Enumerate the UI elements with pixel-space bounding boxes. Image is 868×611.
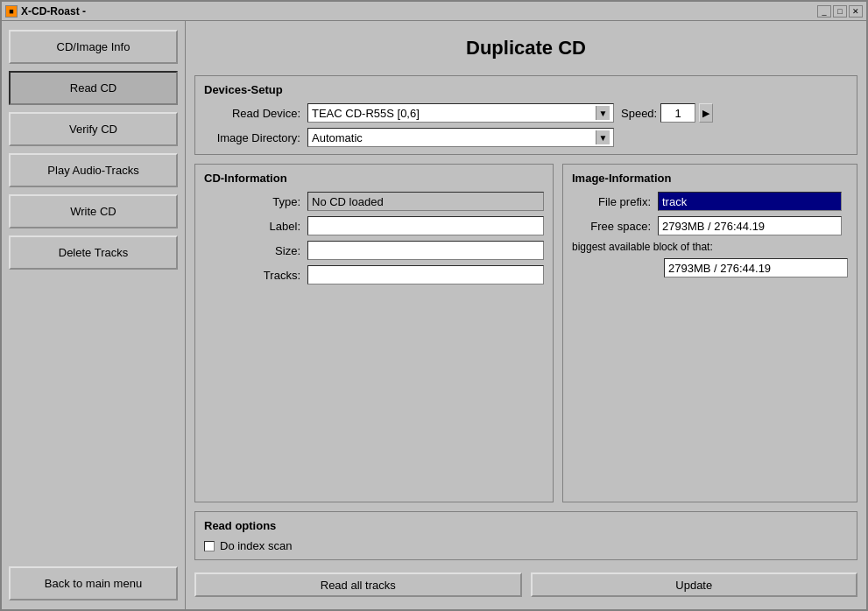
devices-setup-title: Devices-Setup [204, 83, 848, 96]
read-device-select[interactable]: TEAC CD-R55S [0,6] ▼ [307, 103, 614, 123]
devices-setup-form: Read Device: TEAC CD-R55S [0,6] ▼ Speed:… [204, 103, 848, 147]
title-bar: ■ X-CD-Roast - _ □ ✕ [2, 2, 866, 21]
devices-setup-section: Devices-Setup Read Device: TEAC CD-R55S … [194, 75, 857, 155]
biggest-block-value-row [572, 258, 848, 277]
image-info-form: File prefix: Free space: biggest availab… [572, 192, 848, 277]
free-space-row: Free space: [572, 216, 848, 235]
read-options-title: Read options [204, 519, 848, 532]
bottom-buttons: Read all tracks Update [194, 569, 857, 600]
image-information-section: Image-Information File prefix: Free spac… [562, 164, 857, 502]
do-index-scan-checkbox[interactable] [204, 541, 215, 551]
app-icon: ■ [5, 5, 18, 18]
cd-tracks-input[interactable] [307, 265, 544, 284]
cd-label-label: Label: [204, 220, 300, 233]
sidebar-item-read-cd[interactable]: Read CD [9, 71, 178, 105]
main-content: Duplicate CD Devices-Setup Read Device: … [186, 21, 866, 609]
file-prefix-row: File prefix: [572, 192, 848, 211]
sidebar-item-delete-tracks[interactable]: Delete Tracks [9, 235, 178, 270]
sidebar: CD/Image Info Read CD Verify CD Play Aud… [2, 21, 186, 609]
image-directory-arrow: ▼ [596, 130, 610, 144]
sidebar-spacer [9, 277, 178, 559]
sidebar-item-write-cd[interactable]: Write CD [9, 194, 178, 228]
do-index-scan-label: Do index scan [220, 539, 292, 552]
free-space-input[interactable] [658, 216, 842, 235]
image-information-title: Image-Information [572, 172, 848, 185]
sidebar-item-play-audio[interactable]: Play Audio-Tracks [9, 153, 178, 187]
image-directory-row: Image Directory: Automatic ▼ [204, 128, 848, 147]
speed-group: Speed: ▶ [621, 103, 713, 123]
biggest-block-row: biggest available block of that: [572, 241, 848, 253]
minimize-button[interactable]: _ [817, 5, 831, 18]
main-window: ■ X-CD-Roast - _ □ ✕ CD/Image Info Read … [0, 0, 868, 611]
sidebar-item-verify-cd[interactable]: Verify CD [9, 112, 178, 146]
cd-tracks-label: Tracks: [204, 269, 300, 282]
read-options-section: Read options Do index scan [194, 511, 857, 560]
read-all-tracks-button[interactable]: Read all tracks [194, 572, 522, 597]
speed-input[interactable] [660, 103, 695, 123]
cd-size-input[interactable] [307, 241, 544, 260]
cd-label-input[interactable] [307, 216, 544, 235]
speed-increment-button[interactable]: ▶ [699, 103, 713, 123]
maximize-button[interactable]: □ [833, 5, 847, 18]
cd-size-label: Size: [204, 244, 300, 257]
page-title: Duplicate CD [194, 30, 857, 67]
biggest-block-label: biggest available block of that: [572, 241, 713, 253]
update-button[interactable]: Update [531, 572, 858, 597]
read-device-value: TEAC CD-R55S [0,6] [312, 107, 420, 120]
cd-label-row: Label: [204, 216, 544, 235]
cd-type-row: Type: [204, 192, 544, 211]
image-directory-value: Automatic [312, 131, 363, 144]
cd-info-form: Type: Label: Size: Tracks: [204, 192, 544, 284]
image-directory-select[interactable]: Automatic ▼ [307, 128, 614, 147]
free-space-label: Free space: [572, 220, 651, 233]
cd-tracks-row: Tracks: [204, 265, 544, 284]
window-title: X-CD-Roast - [21, 5, 814, 18]
window-controls: _ □ ✕ [817, 5, 863, 18]
file-prefix-label: File prefix: [572, 195, 651, 208]
file-prefix-input[interactable] [658, 192, 842, 211]
cd-information-title: CD-Information [204, 172, 544, 185]
window-body: CD/Image Info Read CD Verify CD Play Aud… [2, 21, 866, 609]
sidebar-item-cd-image-info[interactable]: CD/Image Info [9, 30, 178, 64]
back-to-main-menu-button[interactable]: Back to main menu [9, 566, 178, 600]
image-directory-label: Image Directory: [204, 131, 300, 144]
read-device-arrow: ▼ [596, 106, 610, 120]
do-index-scan-row: Do index scan [204, 539, 848, 552]
info-row: CD-Information Type: Label: Size: [194, 164, 857, 502]
close-button[interactable]: ✕ [849, 5, 863, 18]
cd-information-section: CD-Information Type: Label: Size: [194, 164, 554, 502]
read-device-label: Read Device: [204, 107, 300, 120]
cd-type-label: Type: [204, 195, 300, 208]
cd-type-input[interactable] [307, 192, 544, 211]
speed-label: Speed: [621, 107, 657, 120]
read-device-row: Read Device: TEAC CD-R55S [0,6] ▼ Speed:… [204, 103, 848, 123]
cd-size-row: Size: [204, 241, 544, 260]
biggest-block-input[interactable] [664, 258, 848, 277]
